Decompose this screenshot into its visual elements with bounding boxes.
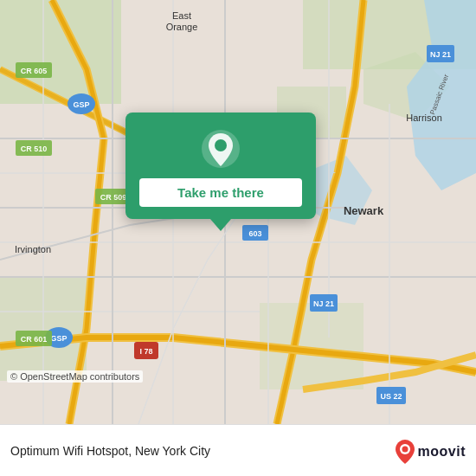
bottom-bar: Optimum Wifi Hotspot, New York City moov… bbox=[0, 424, 476, 476]
svg-text:NJ 21: NJ 21 bbox=[313, 299, 334, 308]
map-container: CR 605 CR 510 CR 509 GSP GSP NJ 21 NJ 21… bbox=[0, 0, 476, 424]
location-title: Optimum Wifi Hotspot, New York City bbox=[10, 444, 210, 458]
svg-text:US 22: US 22 bbox=[380, 392, 402, 401]
svg-text:CR 601: CR 601 bbox=[21, 335, 48, 344]
svg-point-53 bbox=[402, 447, 408, 453]
svg-text:CR 605: CR 605 bbox=[21, 67, 48, 75]
svg-text:Newark: Newark bbox=[344, 204, 384, 217]
svg-point-51 bbox=[215, 139, 227, 151]
svg-text:GSP: GSP bbox=[73, 100, 89, 109]
moovit-logo-icon bbox=[396, 440, 415, 464]
svg-text:I 78: I 78 bbox=[139, 347, 152, 356]
map-attribution: © OpenStreetMap contributors bbox=[7, 370, 143, 383]
moovit-label: moovit bbox=[418, 444, 466, 460]
svg-text:Harrison: Harrison bbox=[406, 113, 442, 123]
moovit-logo-container: moovit bbox=[396, 440, 466, 464]
svg-text:CR 509: CR 509 bbox=[100, 193, 127, 202]
take-me-there-button[interactable]: Take me there bbox=[139, 178, 302, 207]
svg-text:603: 603 bbox=[248, 229, 261, 238]
svg-text:NJ 21: NJ 21 bbox=[430, 50, 451, 59]
svg-text:East: East bbox=[172, 10, 191, 21]
svg-text:GSP: GSP bbox=[50, 334, 67, 343]
svg-text:Irvington: Irvington bbox=[15, 244, 51, 254]
svg-text:Orange: Orange bbox=[166, 22, 198, 32]
location-pin-icon bbox=[200, 128, 241, 170]
svg-text:CR 510: CR 510 bbox=[21, 145, 48, 153]
popup-card: Take me there bbox=[125, 113, 316, 219]
